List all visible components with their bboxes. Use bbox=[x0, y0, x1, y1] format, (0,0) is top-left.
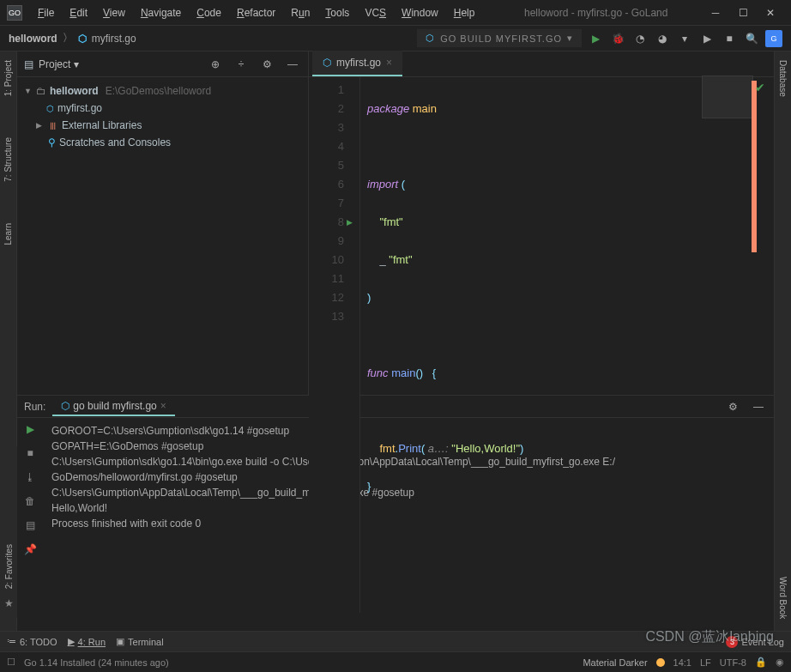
tab-favorites[interactable]: 2: Favorites bbox=[4, 541, 14, 592]
breadcrumb-sep: 〉 bbox=[63, 31, 73, 45]
run-label: Run: bbox=[24, 401, 45, 413]
theme-indicator[interactable]: Material Darker bbox=[583, 657, 647, 668]
hide-icon[interactable]: — bbox=[284, 56, 301, 73]
window-title: helloword - myfirst.go - GoLand bbox=[481, 7, 710, 19]
star-icon: ★ bbox=[4, 597, 14, 609]
search-icon[interactable]: 🔍 bbox=[743, 30, 760, 47]
line-separator[interactable]: LF bbox=[700, 657, 711, 668]
breadcrumb: helloword 〉 ⬡ myfirst.go bbox=[9, 31, 136, 45]
menu-file[interactable]: File bbox=[31, 3, 61, 22]
menu-run[interactable]: Run bbox=[284, 3, 317, 22]
library-icon: ⫼ bbox=[48, 119, 58, 131]
tab-project[interactable]: 1: Project bbox=[3, 57, 13, 100]
status-icon[interactable]: ☐ bbox=[7, 657, 15, 668]
stop-button[interactable]: ■ bbox=[721, 30, 738, 47]
menu-code[interactable]: Code bbox=[190, 3, 228, 22]
navigation-bar: helloword 〉 ⬡ myfirst.go ⬡ GO BUILD MYFI… bbox=[0, 26, 791, 51]
main-menu: File Edit View Navigate Code Refactor Ru… bbox=[31, 3, 481, 22]
stop-icon[interactable]: ■ bbox=[27, 447, 33, 459]
right-tool-strip: Database Word Book bbox=[774, 51, 791, 631]
close-icon[interactable]: × bbox=[160, 400, 166, 412]
download-icon[interactable]: ⭳ bbox=[25, 471, 35, 483]
tab-structure[interactable]: 7: Structure bbox=[3, 134, 13, 185]
close-button[interactable]: ✕ bbox=[765, 8, 776, 18]
debug-button[interactable]: 🐞 bbox=[609, 30, 626, 47]
tab-terminal[interactable]: ▣ Terminal bbox=[116, 636, 164, 647]
project-tree: ▼ 🗀 helloword E:\GoDemos\helloword ⬡ myf… bbox=[17, 77, 308, 156]
status-bar: ☐ Go 1.14 Installed (24 minutes ago) Mat… bbox=[0, 651, 791, 672]
attach-button[interactable]: ▾ bbox=[676, 30, 693, 47]
settings-icon[interactable]: ⚙ bbox=[258, 56, 275, 73]
theme-dot-icon bbox=[656, 658, 665, 667]
collapse-icon[interactable]: ÷ bbox=[232, 56, 250, 73]
menu-tools[interactable]: Tools bbox=[318, 3, 356, 22]
project-view-icon: ▤ bbox=[24, 58, 33, 70]
rerun-button[interactable]: ▶ bbox=[698, 30, 716, 47]
file-encoding[interactable]: UTF-8 bbox=[720, 657, 746, 668]
tree-root[interactable]: ▼ 🗀 helloword E:\GoDemos\helloword bbox=[21, 82, 305, 100]
folder-icon: 🗀 bbox=[36, 85, 46, 97]
maximize-button[interactable]: ☐ bbox=[738, 8, 748, 18]
tree-external-libs[interactable]: ▶ ⫼ External Libraries bbox=[21, 117, 305, 134]
tab-database[interactable]: Database bbox=[778, 57, 788, 100]
project-panel: ▤ Project ▾ ⊕ ÷ ⚙ — ▼ 🗀 helloword E:\GoD… bbox=[17, 51, 309, 395]
run-config-selector[interactable]: ⬡ GO BUILD MYFIRST.GO ▾ bbox=[417, 29, 582, 47]
menu-help[interactable]: Help bbox=[447, 3, 482, 22]
print-icon[interactable]: ▤ bbox=[26, 519, 35, 531]
menu-navigate[interactable]: Navigate bbox=[134, 3, 188, 22]
editor-tab-myfirst[interactable]: ⬡ myfirst.go × bbox=[312, 51, 402, 76]
titlebar: GO File Edit View Navigate Code Refactor… bbox=[0, 0, 791, 26]
watermark: CSDN @蓝冰lanbing bbox=[645, 628, 774, 646]
expand-arrow-icon[interactable]: ▶ bbox=[36, 121, 45, 130]
run-line-icon[interactable]: ▶ bbox=[347, 213, 353, 232]
lock-icon[interactable]: 🔒 bbox=[755, 657, 767, 668]
pin-icon[interactable]: 📌 bbox=[24, 543, 37, 555]
expand-arrow-icon[interactable]: ▼ bbox=[24, 87, 33, 95]
translate-icon[interactable]: G bbox=[765, 30, 782, 47]
inspection-ok-icon[interactable]: ✔ bbox=[755, 81, 765, 94]
tree-scratches[interactable]: ⚲ Scratches and Consoles bbox=[21, 134, 305, 151]
run-tab[interactable]: ⬡ go build myfirst.go × bbox=[52, 397, 174, 416]
rerun-icon[interactable]: ▶ bbox=[27, 423, 34, 435]
tab-run[interactable]: ▶ 4: Run bbox=[68, 636, 106, 647]
scratches-icon: ⚲ bbox=[48, 136, 56, 148]
code-editor[interactable]: 1 2 3 4 5 6 7 8 9 10 11 12 13 ▶ bbox=[309, 77, 774, 613]
gopher-icon: ⬡ bbox=[61, 400, 69, 412]
menu-window[interactable]: Window bbox=[395, 3, 445, 22]
profile-button[interactable]: ◕ bbox=[654, 30, 671, 47]
tab-todo[interactable]: ≔ 6: TODO bbox=[7, 636, 57, 647]
coverage-button[interactable]: ◔ bbox=[631, 30, 649, 47]
close-tab-icon[interactable]: × bbox=[386, 57, 392, 69]
status-message: Go 1.14 Installed (24 minutes ago) bbox=[24, 657, 169, 668]
menu-refactor[interactable]: Refactor bbox=[230, 3, 282, 22]
app-logo: GO bbox=[7, 5, 22, 21]
go-file-icon: ⬡ bbox=[78, 33, 87, 45]
run-button[interactable]: ▶ bbox=[587, 30, 604, 47]
line-gutter: 1 2 3 4 5 6 7 8 9 10 11 12 13 ▶ bbox=[309, 77, 360, 613]
breadcrumb-project[interactable]: helloword bbox=[9, 33, 57, 45]
project-panel-title[interactable]: Project ▾ bbox=[39, 58, 202, 70]
breadcrumb-file[interactable]: myfirst.go bbox=[92, 33, 136, 45]
tab-learn[interactable]: Learn bbox=[3, 220, 13, 249]
change-marker bbox=[752, 81, 757, 252]
menu-vcs[interactable]: VCS bbox=[358, 3, 393, 22]
inspector-icon[interactable]: ◉ bbox=[776, 657, 784, 668]
go-file-icon: ⬡ bbox=[46, 104, 54, 113]
locate-icon[interactable]: ⊕ bbox=[207, 56, 224, 73]
tree-file-myfirst[interactable]: ⬡ myfirst.go bbox=[21, 100, 305, 117]
caret-position[interactable]: 14:1 bbox=[673, 657, 691, 668]
tab-wordbook[interactable]: Word Book bbox=[778, 573, 788, 622]
trash-icon[interactable]: 🗑 bbox=[25, 495, 35, 507]
editor-area: ⬡ myfirst.go × 1 2 3 4 5 6 7 8 bbox=[309, 51, 774, 395]
run-toolbar: ▶ ■ ⭳ 🗑 ▤ 📌 bbox=[17, 418, 43, 631]
menu-view[interactable]: View bbox=[96, 3, 132, 22]
menu-edit[interactable]: Edit bbox=[63, 3, 94, 22]
gopher-icon: ⬡ bbox=[426, 33, 435, 44]
chevron-down-icon: ▾ bbox=[567, 33, 573, 44]
go-file-icon: ⬡ bbox=[323, 57, 331, 69]
minimize-button[interactable]: ─ bbox=[710, 8, 721, 18]
